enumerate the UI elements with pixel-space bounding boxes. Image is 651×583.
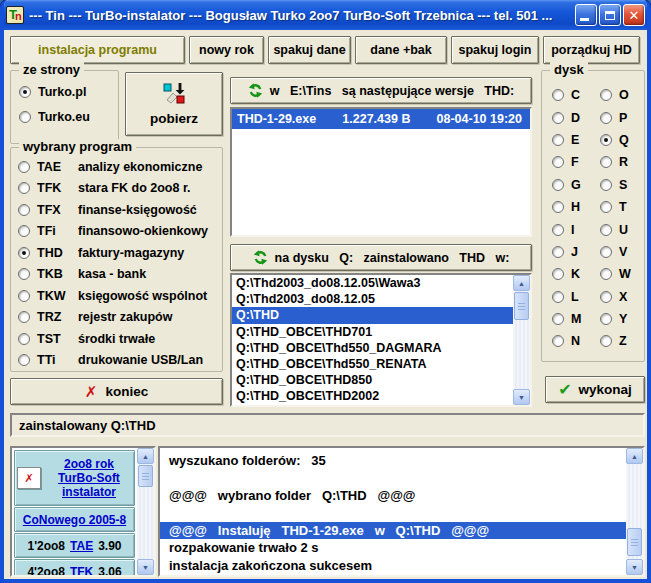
tab-porzadkuj-hd[interactable]: porządkuj HD: [543, 36, 640, 64]
radio-drive-f[interactable]: F: [552, 151, 600, 173]
radio-drive-s[interactable]: S: [600, 174, 648, 196]
scroll-up-icon[interactable]: ▲: [137, 448, 154, 464]
radio-dot-icon[interactable]: [600, 156, 612, 168]
radio-dot-icon[interactable]: [18, 182, 30, 194]
folders-scrollbar[interactable]: ▲ ▼: [513, 275, 530, 405]
radio-dot-icon[interactable]: [19, 86, 31, 98]
radio-dot-icon[interactable]: [18, 333, 30, 345]
radio-drive-g[interactable]: G: [552, 174, 600, 196]
radio-dot-icon[interactable]: [552, 179, 564, 191]
folder-row[interactable]: Q:\THD_OBCE\THD850: [232, 372, 513, 388]
radio-dot-icon[interactable]: [552, 313, 564, 325]
download-button[interactable]: pobierz: [125, 72, 223, 136]
radio-program-thd[interactable]: THD faktury-magazyny: [18, 246, 216, 260]
radio-drive-p[interactable]: P: [600, 106, 648, 128]
radio-dot-icon[interactable]: [600, 291, 612, 303]
radio-program-tfk[interactable]: TFK stara FK do 2oo8 r.: [18, 181, 216, 195]
radio-dot-icon[interactable]: [552, 112, 564, 124]
folders-list[interactable]: Q:\Thd2003_do08.12.05\Wawa3 Q:\Thd2003_d…: [230, 273, 532, 407]
radio-dot-icon[interactable]: [600, 89, 612, 101]
maximize-button[interactable]: [599, 4, 621, 26]
versions-list[interactable]: THD-1-29.exe 1.227.439 B 08-04-10 19:20: [230, 107, 532, 237]
mini-row-tae[interactable]: 1'2oo8 TAE 3.90: [14, 533, 135, 558]
exit-button[interactable]: ✗ koniec: [10, 378, 223, 405]
radio-drive-d[interactable]: D: [552, 106, 600, 128]
folder-row-selected[interactable]: Q:\THD: [232, 307, 513, 323]
radio-drive-q[interactable]: Q: [600, 129, 648, 151]
radio-drive-k[interactable]: K: [552, 263, 600, 285]
radio-turko-pl[interactable]: Turko.pl: [19, 85, 110, 99]
radio-dot-icon[interactable]: [18, 268, 30, 280]
radio-program-tfi[interactable]: TFi finansowo-okienkowy: [18, 224, 216, 238]
folder-row[interactable]: Q:\THD_OBCE\THD2002: [232, 388, 513, 404]
mini-row-tfk[interactable]: 4'2oo8 TFK 3.06: [14, 559, 135, 575]
minimize-button[interactable]: [575, 4, 597, 26]
mini-panel-scrollbar[interactable]: ▲ ▼: [137, 448, 154, 575]
close-button[interactable]: ✕: [623, 4, 645, 26]
radio-dot-icon[interactable]: [552, 268, 564, 280]
radio-drive-v[interactable]: V: [600, 241, 648, 263]
folder-row[interactable]: Q:\THD_OBCE\THD701: [232, 324, 513, 340]
radio-dot-icon[interactable]: [18, 354, 30, 366]
radio-drive-j[interactable]: J: [552, 241, 600, 263]
refresh-folders-button[interactable]: na dysku Q: zainstalowano THD w:: [230, 244, 532, 271]
folder-row[interactable]: Q:\Thd2003_do08.12.05\Wawa3: [232, 275, 513, 291]
radio-dot-icon[interactable]: [552, 156, 564, 168]
tae-link[interactable]: TAE: [70, 539, 93, 553]
radio-dot-icon[interactable]: [600, 112, 612, 124]
radio-dot-icon[interactable]: [552, 335, 564, 347]
refresh-versions-button[interactable]: w E:\Tins są następujące wersje THD:: [230, 77, 532, 104]
radio-dot-icon[interactable]: [18, 247, 30, 259]
folder-row[interactable]: Q:\THD_OBCE\Thd550_DAGMARA: [232, 340, 513, 356]
radio-dot-icon[interactable]: [600, 179, 612, 191]
radio-dot-icon[interactable]: [600, 201, 612, 213]
radio-dot-icon[interactable]: [18, 204, 30, 216]
radio-dot-icon[interactable]: [18, 311, 30, 323]
radio-dot-icon[interactable]: [600, 313, 612, 325]
tab-dane-bak[interactable]: dane +bak: [355, 36, 447, 64]
radio-dot-icon[interactable]: [18, 290, 30, 302]
tab-instalacja-programu[interactable]: instalacja programu: [10, 36, 185, 64]
radio-dot-icon[interactable]: [600, 224, 612, 236]
radio-dot-icon[interactable]: [552, 134, 564, 146]
radio-dot-icon[interactable]: [600, 335, 612, 347]
radio-drive-l[interactable]: L: [552, 286, 600, 308]
radio-dot-icon[interactable]: [552, 291, 564, 303]
mini-header-row[interactable]: ✗ 2oo8 rok TurBo-Soft instalator: [14, 450, 135, 506]
radio-dot-icon[interactable]: [600, 246, 612, 258]
radio-dot-icon[interactable]: [552, 89, 564, 101]
log-line-selected[interactable]: @@@ Instaluję THD-1-29.exe w Q:\THD @@@: [160, 522, 626, 539]
scroll-up-icon[interactable]: ▲: [626, 448, 643, 464]
radio-drive-u[interactable]: U: [600, 218, 648, 240]
tab-nowy-rok[interactable]: nowy rok: [189, 36, 264, 64]
radio-drive-z[interactable]: Z: [600, 330, 648, 352]
radio-program-tst[interactable]: TST środki trwałe: [18, 332, 216, 346]
radio-drive-h[interactable]: H: [552, 196, 600, 218]
radio-program-tkw[interactable]: TKW księgowość wspólnot: [18, 289, 216, 303]
radio-drive-t[interactable]: T: [600, 196, 648, 218]
titlebar[interactable]: Tn --- Tin --- TurBo-instalator --- Bogu…: [0, 0, 651, 30]
radio-dot-icon[interactable]: [18, 225, 30, 237]
radio-dot-icon[interactable]: [600, 134, 612, 146]
log-scrollbar[interactable]: ▲ ▼: [626, 448, 643, 575]
scroll-up-icon[interactable]: ▲: [513, 275, 530, 291]
radio-program-tae[interactable]: TAE analizy ekonomiczne: [18, 160, 216, 174]
radio-dot-icon[interactable]: [552, 201, 564, 213]
radio-turko-eu[interactable]: Turko.eu: [19, 110, 110, 124]
folder-row[interactable]: Q:\Thd2003_do08.12.05: [232, 291, 513, 307]
scroll-down-icon[interactable]: ▼: [513, 389, 530, 405]
conowego-link[interactable]: CoNowego 2005-8: [23, 513, 126, 527]
radio-dot-icon[interactable]: [600, 268, 612, 280]
installer-header-link[interactable]: 2oo8 rok TurBo-Soft instalator: [46, 457, 132, 499]
scroll-down-icon[interactable]: ▼: [626, 559, 643, 575]
radio-drive-i[interactable]: I: [552, 218, 600, 240]
radio-dot-icon[interactable]: [19, 111, 31, 123]
radio-drive-w[interactable]: W: [600, 263, 648, 285]
radio-drive-x[interactable]: X: [600, 286, 648, 308]
radio-program-tkb[interactable]: TKB kasa - bank: [18, 267, 216, 281]
radio-drive-m[interactable]: M: [552, 308, 600, 330]
radio-program-tti[interactable]: TTi drukowanie USB/Lan: [18, 353, 216, 367]
radio-program-tfx[interactable]: TFX finanse-księgowość: [18, 203, 216, 217]
radio-drive-c[interactable]: C: [552, 84, 600, 106]
install-log-panel[interactable]: wyszukano folderów: 35 @@@ wybrano folde…: [158, 446, 645, 577]
